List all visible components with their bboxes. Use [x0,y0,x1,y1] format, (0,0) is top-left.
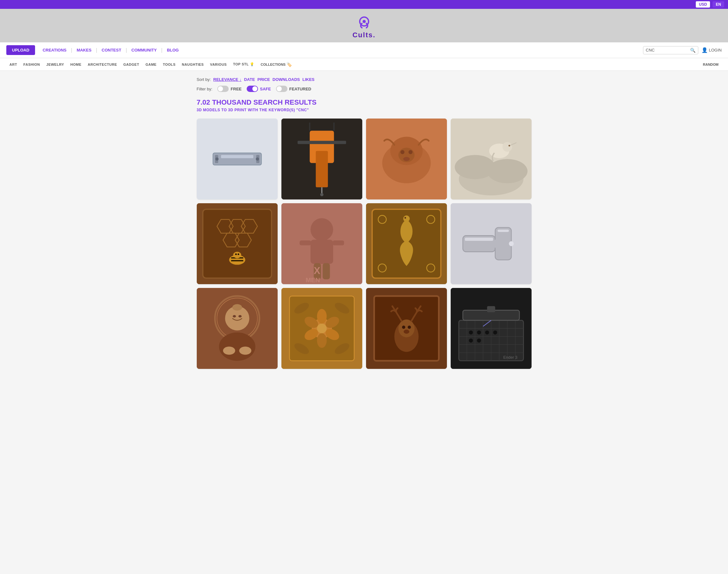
svg-point-78 [239,347,251,355]
sort-relevance[interactable]: RELEVANCE ↓ [213,77,241,82]
cat-art[interactable]: ART [6,63,20,67]
svg-point-99 [404,330,409,334]
sort-downloads[interactable]: DOWNLOADS [273,77,300,82]
svg-point-23 [408,150,412,154]
nav-bar: UPLOAD CREATIONS | MAKES | CONTEST | COM… [0,42,728,58]
svg-point-115 [485,330,489,334]
cat-architecture[interactable]: ARCHITECTURE [85,63,120,67]
svg-text:MEN: MEN [306,276,320,284]
nav-link-community[interactable]: COMMUNITY [128,48,161,52]
login-button[interactable]: 👤 LOGIN [701,47,722,53]
toggle-featured[interactable] [276,86,287,92]
cat-home[interactable]: HOME [67,63,85,67]
svg-point-24 [403,157,409,161]
svg-point-30 [502,142,512,152]
search-box: 🔍 [643,46,698,54]
toggle-featured-group: FEATURED [276,86,311,92]
svg-point-86 [317,333,327,348]
grid-item-1[interactable] [197,119,278,199]
upload-button[interactable]: UPLOAD [6,45,35,55]
grid-item-11[interactable] [366,288,447,369]
nav-link-blog[interactable]: BLOG [163,48,183,52]
svg-point-22 [400,150,404,154]
currency-button[interactable]: USD [696,1,710,8]
svg-point-56 [403,215,409,221]
grid-item-2[interactable] [281,119,362,199]
svg-point-117 [469,338,473,343]
grid-item-9[interactable] [197,288,278,369]
toggle-safe[interactable] [247,86,258,92]
sort-date[interactable]: DATE [244,77,255,82]
sort-likes[interactable]: LIKES [302,77,314,82]
svg-rect-49 [332,241,344,245]
svg-point-31 [508,145,510,146]
cat-game[interactable]: GAME [142,63,160,67]
toggle-safe-group: SAFE [247,86,271,92]
sort-label: Sort by: [197,77,211,82]
results-sub: 3D MODELS TO 3D PRINT WITH THE KEYWORD(S… [197,108,532,112]
logo-text: Cults. [353,31,375,39]
toggle-free-group: FREE [217,86,242,92]
svg-point-116 [493,330,497,334]
nav-links: CREATIONS | MAKES | CONTEST | COMMUNITY … [39,47,643,53]
svg-point-114 [477,330,481,334]
cat-jewelry[interactable]: JEWELRY [43,63,67,67]
filter-label: Filter by: [197,87,213,91]
svg-point-13 [320,193,323,196]
cat-top-stl[interactable]: TOP STL 💡 [230,62,258,67]
nav-link-makes[interactable]: MAKES [73,48,95,52]
svg-rect-15 [298,141,346,144]
svg-rect-47 [311,240,333,264]
svg-point-1 [363,20,366,23]
nav-link-creations[interactable]: CREATIONS [39,48,71,52]
svg-point-57 [404,217,406,219]
nav-link-contest[interactable]: CONTEST [98,48,125,52]
search-icon[interactable]: 🔍 [690,48,695,53]
toggle-free-label: FREE [231,87,242,91]
svg-rect-48 [300,241,311,245]
grid-item-8[interactable] [451,203,532,284]
collections-icon: 🏷️ [286,62,292,67]
cat-tools[interactable]: TOOLS [160,63,179,67]
sort-price[interactable]: PRICE [258,77,270,82]
svg-rect-5 [221,155,253,158]
svg-rect-65 [491,240,503,248]
svg-point-8 [256,157,259,161]
sort-row: Sort by: RELEVANCE ↓ DATE PRICE DOWNLOAD… [197,77,532,82]
svg-rect-3 [213,153,262,165]
toggle-safe-knob [253,86,258,91]
language-button[interactable]: EN [713,1,724,8]
header: Cults. [0,9,728,42]
svg-point-118 [477,338,481,343]
svg-point-28 [487,159,528,183]
toggle-free[interactable] [217,86,229,92]
grid-item-4[interactable] [451,119,532,199]
grid-item-5[interactable] [197,203,278,284]
search-input[interactable] [646,48,690,52]
category-bar: ART FASHION JEWELRY HOME ARCHITECTURE GA… [0,58,728,71]
cat-random[interactable]: RANDOM [700,63,722,67]
cat-gadget[interactable]: GADGET [120,63,142,67]
cat-various[interactable]: VARIOUS [207,63,230,67]
svg-point-44 [237,253,239,255]
svg-point-76 [238,315,241,318]
grid-item-12[interactable]: Ender 3 [451,288,532,369]
grid-item-7[interactable] [366,203,447,284]
cat-naughties[interactable]: NAUGHTIES [179,63,207,67]
grid-item-10[interactable] [281,288,362,369]
svg-point-7 [215,157,218,161]
cat-fashion[interactable]: FASHION [20,63,43,67]
svg-rect-66 [465,238,493,241]
svg-point-75 [232,315,236,318]
results-grid: X MEN [197,119,532,369]
svg-point-77 [223,347,235,355]
grid-item-3[interactable] [366,119,447,199]
grid-item-6[interactable]: X MEN [281,203,362,284]
svg-point-98 [407,326,411,329]
svg-rect-67 [497,230,509,232]
svg-point-96 [398,320,414,337]
cat-collections[interactable]: COLLECTIONS 🏷️ [258,62,295,67]
logo-icon [356,15,372,31]
user-icon: 👤 [701,47,708,53]
top-bar: USD EN [0,0,728,9]
